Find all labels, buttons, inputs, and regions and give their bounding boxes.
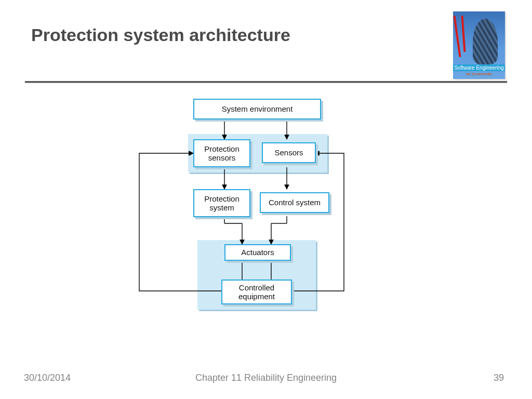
slide-title: Protection system architecture xyxy=(31,25,290,45)
slide-footer: 30/10/2014 Chapter 11 Reliability Engine… xyxy=(0,371,532,383)
node-control-system: Control system xyxy=(260,192,329,213)
footer-chapter: Chapter 11 Reliability Engineering xyxy=(0,373,532,383)
book-series-label: Software Engineering xyxy=(453,64,505,71)
node-protection-system: Protection system xyxy=(193,189,250,217)
architecture-diagram: System environment Protection sensors Se… xyxy=(132,99,350,317)
node-protection-sensors: Protection sensors xyxy=(193,139,250,167)
node-sensors: Sensors xyxy=(262,142,316,163)
book-author-label: Ian Sommerville xyxy=(466,72,492,76)
node-controlled-equipment: Controlled equipment xyxy=(221,280,292,304)
node-system-environment: System environment xyxy=(193,99,321,119)
node-actuators: Actuators xyxy=(224,244,291,261)
book-cover-image: Software Engineering Ian Sommerville xyxy=(453,11,505,79)
footer-page-number: 39 xyxy=(494,373,504,383)
title-divider xyxy=(25,81,507,83)
